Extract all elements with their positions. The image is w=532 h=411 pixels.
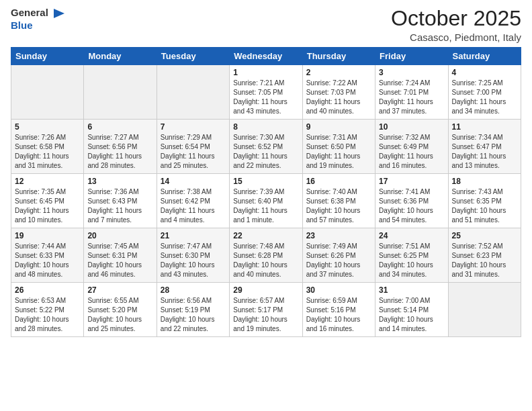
day-info: Sunrise: 7:44 AMSunset: 6:33 PMDaylight:…	[15, 242, 80, 279]
table-row: 24Sunrise: 7:51 AMSunset: 6:25 PMDayligh…	[375, 228, 448, 283]
day-number: 10	[379, 122, 444, 132]
day-info: Sunrise: 7:34 AMSunset: 6:47 PMDaylight:…	[452, 133, 517, 171]
logo-general: General	[11, 7, 48, 18]
table-row: 17Sunrise: 7:41 AMSunset: 6:36 PMDayligh…	[375, 174, 448, 228]
week-row-0: 1Sunrise: 7:21 AMSunset: 7:05 PMDaylight…	[11, 65, 521, 120]
day-info: Sunrise: 7:27 AMSunset: 6:56 PMDaylight:…	[87, 133, 152, 171]
col-saturday: Saturday	[448, 48, 521, 65]
day-info: Sunrise: 7:45 AMSunset: 6:31 PMDaylight:…	[87, 242, 152, 279]
day-info: Sunrise: 7:43 AMSunset: 6:35 PMDaylight:…	[452, 187, 517, 225]
day-number: 12	[15, 177, 80, 186]
day-info: Sunrise: 7:39 AMSunset: 6:40 PMDaylight:…	[233, 187, 298, 225]
table-row: 28Sunrise: 6:56 AMSunset: 5:19 PMDayligh…	[157, 283, 229, 337]
col-friday: Friday	[375, 48, 448, 65]
table-row: 14Sunrise: 7:38 AMSunset: 6:42 PMDayligh…	[157, 174, 229, 228]
day-number: 28	[161, 285, 226, 295]
calendar-header-row: Sunday Monday Tuesday Wednesday Thursday…	[11, 48, 521, 65]
day-number: 13	[87, 177, 152, 186]
table-row: 25Sunrise: 7:52 AMSunset: 6:23 PMDayligh…	[448, 228, 521, 283]
table-row: 10Sunrise: 7:32 AMSunset: 6:49 PMDayligh…	[375, 120, 448, 174]
table-row	[11, 65, 84, 120]
day-number: 4	[452, 68, 517, 77]
table-row: 19Sunrise: 7:44 AMSunset: 6:33 PMDayligh…	[11, 228, 84, 283]
table-row: 22Sunrise: 7:48 AMSunset: 6:28 PMDayligh…	[230, 228, 302, 283]
day-info: Sunrise: 7:47 AMSunset: 6:30 PMDaylight:…	[161, 242, 226, 279]
day-info: Sunrise: 7:21 AMSunset: 7:05 PMDaylight:…	[233, 79, 298, 116]
svg-marker-0	[54, 9, 64, 18]
day-number: 30	[306, 285, 371, 295]
day-number: 24	[379, 231, 444, 240]
day-number: 22	[233, 231, 298, 240]
page-header: General Blue October 2025 Casasco, Piedm…	[11, 7, 521, 43]
table-row: 7Sunrise: 7:29 AMSunset: 6:54 PMDaylight…	[157, 120, 229, 174]
table-row: 2Sunrise: 7:22 AMSunset: 7:03 PMDaylight…	[302, 65, 375, 120]
day-number: 16	[306, 177, 371, 186]
week-row-3: 19Sunrise: 7:44 AMSunset: 6:33 PMDayligh…	[11, 228, 521, 283]
day-info: Sunrise: 6:56 AMSunset: 5:19 PMDaylight:…	[161, 296, 226, 334]
table-row	[84, 65, 157, 120]
table-row: 29Sunrise: 6:57 AMSunset: 5:17 PMDayligh…	[230, 283, 302, 337]
calendar-table: Sunday Monday Tuesday Wednesday Thursday…	[11, 47, 521, 337]
day-number: 15	[233, 177, 298, 186]
table-row: 23Sunrise: 7:49 AMSunset: 6:26 PMDayligh…	[302, 228, 375, 283]
day-number: 18	[452, 177, 517, 186]
day-number: 5	[15, 122, 80, 132]
col-sunday: Sunday	[11, 48, 84, 65]
day-info: Sunrise: 7:38 AMSunset: 6:42 PMDaylight:…	[161, 187, 226, 225]
table-row: 6Sunrise: 7:27 AMSunset: 6:56 PMDaylight…	[84, 120, 157, 174]
week-row-1: 5Sunrise: 7:26 AMSunset: 6:58 PMDaylight…	[11, 120, 521, 174]
table-row: 20Sunrise: 7:45 AMSunset: 6:31 PMDayligh…	[84, 228, 157, 283]
day-info: Sunrise: 6:57 AMSunset: 5:17 PMDaylight:…	[233, 296, 298, 334]
day-info: Sunrise: 7:30 AMSunset: 6:52 PMDaylight:…	[233, 133, 298, 171]
table-row: 4Sunrise: 7:25 AMSunset: 7:00 PMDaylight…	[448, 65, 521, 120]
location: Casasco, Piedmont, Italy	[391, 32, 521, 43]
day-number: 25	[452, 231, 517, 240]
day-number: 9	[306, 122, 371, 132]
day-info: Sunrise: 7:00 AMSunset: 5:14 PMDaylight:…	[379, 296, 444, 334]
table-row: 5Sunrise: 7:26 AMSunset: 6:58 PMDaylight…	[11, 120, 84, 174]
table-row: 31Sunrise: 7:00 AMSunset: 5:14 PMDayligh…	[375, 283, 448, 337]
day-info: Sunrise: 7:51 AMSunset: 6:25 PMDaylight:…	[379, 242, 444, 279]
table-row	[448, 283, 521, 337]
day-number: 11	[452, 122, 517, 132]
day-number: 26	[15, 285, 80, 295]
day-info: Sunrise: 7:36 AMSunset: 6:43 PMDaylight:…	[87, 187, 152, 225]
day-number: 2	[306, 68, 371, 77]
week-row-4: 26Sunrise: 6:53 AMSunset: 5:22 PMDayligh…	[11, 283, 521, 337]
day-info: Sunrise: 7:52 AMSunset: 6:23 PMDaylight:…	[452, 242, 517, 279]
day-number: 3	[379, 68, 444, 77]
day-info: Sunrise: 7:35 AMSunset: 6:45 PMDaylight:…	[15, 187, 80, 225]
day-number: 20	[87, 231, 152, 240]
table-row: 15Sunrise: 7:39 AMSunset: 6:40 PMDayligh…	[230, 174, 302, 228]
month-title: October 2025	[391, 7, 521, 30]
day-number: 1	[233, 68, 298, 77]
week-row-2: 12Sunrise: 7:35 AMSunset: 6:45 PMDayligh…	[11, 174, 521, 228]
day-number: 31	[379, 285, 444, 295]
day-number: 27	[87, 285, 152, 295]
day-number: 29	[233, 285, 298, 295]
title-block: October 2025 Casasco, Piedmont, Italy	[391, 7, 521, 43]
col-thursday: Thursday	[302, 48, 375, 65]
table-row: 21Sunrise: 7:47 AMSunset: 6:30 PMDayligh…	[157, 228, 229, 283]
day-number: 8	[233, 122, 298, 132]
logo: General Blue	[11, 7, 64, 31]
day-info: Sunrise: 7:41 AMSunset: 6:36 PMDaylight:…	[379, 187, 444, 225]
table-row: 11Sunrise: 7:34 AMSunset: 6:47 PMDayligh…	[448, 120, 521, 174]
table-row: 16Sunrise: 7:40 AMSunset: 6:38 PMDayligh…	[302, 174, 375, 228]
table-row: 27Sunrise: 6:55 AMSunset: 5:20 PMDayligh…	[84, 283, 157, 337]
table-row: 12Sunrise: 7:35 AMSunset: 6:45 PMDayligh…	[11, 174, 84, 228]
day-info: Sunrise: 7:32 AMSunset: 6:49 PMDaylight:…	[379, 133, 444, 171]
table-row: 8Sunrise: 7:30 AMSunset: 6:52 PMDaylight…	[230, 120, 302, 174]
table-row: 3Sunrise: 7:24 AMSunset: 7:01 PMDaylight…	[375, 65, 448, 120]
day-info: Sunrise: 6:53 AMSunset: 5:22 PMDaylight:…	[15, 296, 80, 334]
table-row: 9Sunrise: 7:31 AMSunset: 6:50 PMDaylight…	[302, 120, 375, 174]
col-tuesday: Tuesday	[157, 48, 229, 65]
day-info: Sunrise: 7:24 AMSunset: 7:01 PMDaylight:…	[379, 79, 444, 116]
day-info: Sunrise: 7:29 AMSunset: 6:54 PMDaylight:…	[161, 133, 226, 171]
day-number: 23	[306, 231, 371, 240]
day-info: Sunrise: 6:55 AMSunset: 5:20 PMDaylight:…	[87, 296, 152, 334]
day-info: Sunrise: 7:49 AMSunset: 6:26 PMDaylight:…	[306, 242, 371, 279]
day-info: Sunrise: 7:48 AMSunset: 6:28 PMDaylight:…	[233, 242, 298, 279]
day-info: Sunrise: 7:40 AMSunset: 6:38 PMDaylight:…	[306, 187, 371, 225]
table-row: 13Sunrise: 7:36 AMSunset: 6:43 PMDayligh…	[84, 174, 157, 228]
